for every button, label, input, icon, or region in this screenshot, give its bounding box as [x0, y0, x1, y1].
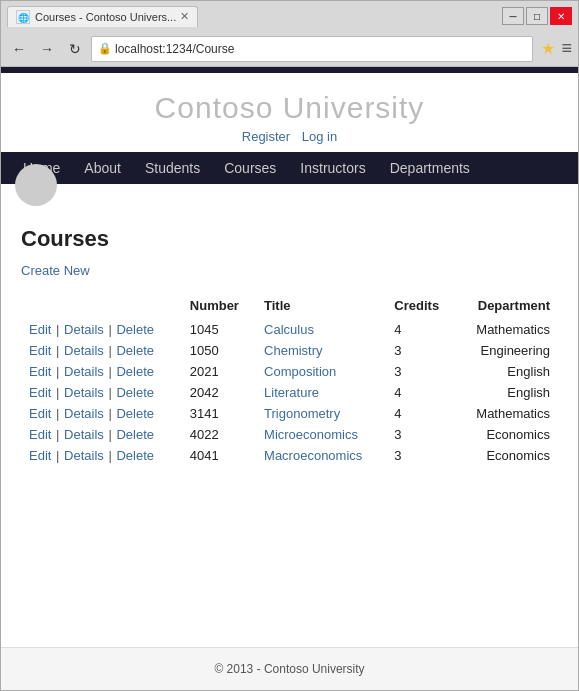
details-link[interactable]: Details [64, 406, 104, 421]
delete-link[interactable]: Delete [116, 322, 154, 337]
row-actions: Edit | Details | Delete [21, 340, 182, 361]
table-row: Edit | Details | Delete 4041Macroeconomi… [21, 445, 558, 466]
course-title-link[interactable]: Composition [264, 364, 336, 379]
row-title: Chemistry [256, 340, 386, 361]
details-link[interactable]: Details [64, 364, 104, 379]
nav-item-courses[interactable]: Courses [212, 152, 288, 184]
delete-link[interactable]: Delete [116, 385, 154, 400]
edit-link[interactable]: Edit [29, 343, 51, 358]
course-title-link[interactable]: Literature [264, 385, 319, 400]
refresh-button[interactable]: ↻ [63, 37, 87, 61]
course-title-link[interactable]: Macroeconomics [264, 448, 362, 463]
row-credits: 3 [386, 445, 455, 466]
row-credits: 3 [386, 424, 455, 445]
avatar [15, 164, 57, 206]
row-actions: Edit | Details | Delete [21, 319, 182, 340]
row-title: Microeconomics [256, 424, 386, 445]
nav-item-about[interactable]: About [72, 152, 133, 184]
row-department: Economics [456, 445, 558, 466]
address-bar: 🔒 [91, 36, 533, 62]
edit-link[interactable]: Edit [29, 406, 51, 421]
table-row: Edit | Details | Delete 1045Calculus4Mat… [21, 319, 558, 340]
edit-link[interactable]: Edit [29, 385, 51, 400]
row-department: Economics [456, 424, 558, 445]
delete-link[interactable]: Delete [116, 448, 154, 463]
row-title: Literature [256, 382, 386, 403]
edit-link[interactable]: Edit [29, 448, 51, 463]
delete-link[interactable]: Delete [116, 427, 154, 442]
register-link[interactable]: Register [242, 129, 290, 144]
row-department: Mathematics [456, 319, 558, 340]
row-number: 3141 [182, 403, 256, 424]
auth-links: Register Log in [1, 129, 578, 144]
delete-link[interactable]: Delete [116, 406, 154, 421]
address-input[interactable] [115, 42, 526, 56]
page-title: Courses [21, 226, 558, 252]
browser-toolbar: ← → ↻ 🔒 ★ ≡ [1, 31, 578, 67]
nav-item-departments[interactable]: Departments [378, 152, 482, 184]
site-header: Contoso University Register Log in [1, 73, 578, 152]
details-link[interactable]: Details [64, 385, 104, 400]
maximize-button[interactable]: □ [526, 7, 548, 25]
page-content: Contoso University Register Log in Home … [1, 67, 578, 690]
edit-link[interactable]: Edit [29, 427, 51, 442]
window-controls: ─ □ ✕ [502, 7, 572, 25]
row-title: Trigonometry [256, 403, 386, 424]
col-header-actions [21, 294, 182, 319]
row-number: 1050 [182, 340, 256, 361]
main-content: Courses Create New Number Title Credits … [1, 206, 578, 637]
table-row: Edit | Details | Delete 4022Microeconomi… [21, 424, 558, 445]
course-title-link[interactable]: Chemistry [264, 343, 323, 358]
row-department: English [456, 361, 558, 382]
edit-link[interactable]: Edit [29, 322, 51, 337]
nav-item-students[interactable]: Students [133, 152, 212, 184]
row-title: Calculus [256, 319, 386, 340]
row-number: 4022 [182, 424, 256, 445]
table-row: Edit | Details | Delete 1050Chemistry3En… [21, 340, 558, 361]
nav-list: Home About Students Courses Instructors … [1, 152, 578, 184]
nav-item-instructors[interactable]: Instructors [288, 152, 377, 184]
details-link[interactable]: Details [64, 427, 104, 442]
browser-window: 🌐 Courses - Contoso Univers... ✕ ─ □ ✕ ←… [0, 0, 579, 691]
row-number: 2042 [182, 382, 256, 403]
tab-close-button[interactable]: ✕ [180, 10, 189, 23]
table-row: Edit | Details | Delete 3141Trigonometry… [21, 403, 558, 424]
row-number: 4041 [182, 445, 256, 466]
row-department: Mathematics [456, 403, 558, 424]
page-footer: © 2013 - Contoso University [1, 647, 578, 690]
col-header-number: Number [182, 294, 256, 319]
table-header-row: Number Title Credits Department [21, 294, 558, 319]
minimize-button[interactable]: ─ [502, 7, 524, 25]
row-actions: Edit | Details | Delete [21, 424, 182, 445]
delete-link[interactable]: Delete [116, 364, 154, 379]
edit-link[interactable]: Edit [29, 364, 51, 379]
delete-link[interactable]: Delete [116, 343, 154, 358]
row-credits: 3 [386, 361, 455, 382]
browser-tab[interactable]: 🌐 Courses - Contoso Univers... ✕ [7, 6, 198, 27]
details-link[interactable]: Details [64, 448, 104, 463]
tab-favicon: 🌐 [16, 10, 30, 24]
row-actions: Edit | Details | Delete [21, 403, 182, 424]
forward-button[interactable]: → [35, 37, 59, 61]
table-row: Edit | Details | Delete 2021Composition3… [21, 361, 558, 382]
back-button[interactable]: ← [7, 37, 31, 61]
menu-icon[interactable]: ≡ [561, 38, 572, 59]
course-title-link[interactable]: Trigonometry [264, 406, 340, 421]
row-actions: Edit | Details | Delete [21, 382, 182, 403]
create-new-link[interactable]: Create New [21, 263, 90, 278]
bookmark-star-icon[interactable]: ★ [541, 39, 555, 58]
tab-title: Courses - Contoso Univers... [35, 11, 176, 23]
login-link[interactable]: Log in [302, 129, 337, 144]
row-title: Macroeconomics [256, 445, 386, 466]
details-link[interactable]: Details [64, 343, 104, 358]
row-actions: Edit | Details | Delete [21, 445, 182, 466]
course-title-link[interactable]: Microeconomics [264, 427, 358, 442]
details-link[interactable]: Details [64, 322, 104, 337]
row-department: Engineering [456, 340, 558, 361]
col-header-department: Department [456, 294, 558, 319]
course-title-link[interactable]: Calculus [264, 322, 314, 337]
lock-icon: 🔒 [98, 42, 112, 55]
row-credits: 4 [386, 319, 455, 340]
close-button[interactable]: ✕ [550, 7, 572, 25]
footer-text: © 2013 - Contoso University [214, 662, 364, 676]
